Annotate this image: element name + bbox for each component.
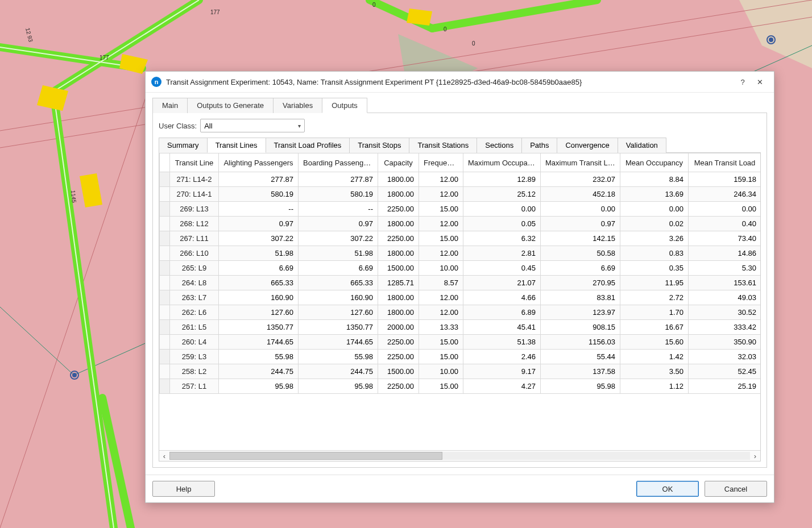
subtab-validation[interactable]: Validation bbox=[618, 138, 666, 153]
tab-variables[interactable]: Variables bbox=[273, 98, 322, 113]
cell-capacity[interactable]: 1800.00 bbox=[378, 290, 419, 305]
cell-max-transit-load[interactable]: 232.07 bbox=[541, 172, 620, 187]
cell-frequency[interactable]: 13.33 bbox=[419, 320, 463, 335]
cell-transit-line[interactable]: 263: L7 bbox=[170, 290, 219, 305]
cell-transit-line[interactable]: 267: L11 bbox=[170, 231, 219, 246]
cell-boarding[interactable]: 6.69 bbox=[299, 261, 378, 276]
table-row[interactable]: 257: L195.9895.982250.0015.004.2795.981.… bbox=[160, 379, 761, 394]
cell-alighting[interactable]: 0.97 bbox=[219, 217, 299, 231]
table-row[interactable]: 259: L355.9855.982250.0015.002.4655.441.… bbox=[160, 350, 761, 364]
cell-frequency[interactable]: 12.00 bbox=[419, 172, 463, 187]
cell-mean-occupancy[interactable]: 2.72 bbox=[620, 290, 689, 305]
cell-mean-occupancy[interactable]: 13.69 bbox=[620, 187, 689, 202]
cell-max-transit-load[interactable]: 452.18 bbox=[541, 187, 620, 202]
row-handle[interactable] bbox=[160, 276, 170, 290]
cell-max-occupancy[interactable]: 0.05 bbox=[463, 217, 541, 231]
cell-frequency[interactable]: 12.00 bbox=[419, 217, 463, 231]
cell-max-occupancy[interactable]: 2.46 bbox=[463, 350, 541, 364]
cell-transit-line[interactable]: 258: L2 bbox=[170, 364, 219, 379]
row-handle[interactable] bbox=[160, 379, 170, 394]
cell-transit-line[interactable]: 260: L4 bbox=[170, 335, 219, 350]
cell-transit-line[interactable]: 261: L5 bbox=[170, 320, 219, 335]
cell-mean-transit-load[interactable]: 25.19 bbox=[689, 379, 761, 394]
ok-button[interactable]: OK bbox=[636, 481, 699, 497]
row-handle[interactable] bbox=[160, 202, 170, 217]
cell-max-transit-load[interactable]: 0.97 bbox=[541, 217, 620, 231]
cell-transit-line[interactable]: 259: L3 bbox=[170, 350, 219, 364]
cell-frequency[interactable]: 15.00 bbox=[419, 231, 463, 246]
cell-mean-transit-load[interactable]: 0.40 bbox=[689, 217, 761, 231]
cell-mean-occupancy[interactable]: 0.00 bbox=[620, 202, 689, 217]
cell-boarding[interactable]: 277.87 bbox=[299, 172, 378, 187]
cell-boarding[interactable]: 244.75 bbox=[299, 364, 378, 379]
col-mean-transit-load[interactable]: Mean Transit Load bbox=[689, 153, 761, 172]
scroll-left-icon[interactable]: ‹ bbox=[159, 451, 169, 460]
cell-mean-occupancy[interactable]: 0.83 bbox=[620, 246, 689, 261]
cell-transit-line[interactable]: 270: L14-1 bbox=[170, 187, 219, 202]
row-handle[interactable] bbox=[160, 290, 170, 305]
row-handle[interactable] bbox=[160, 261, 170, 276]
cell-boarding[interactable]: 1744.65 bbox=[299, 335, 378, 350]
scroll-right-icon[interactable]: › bbox=[750, 451, 760, 460]
cell-capacity[interactable]: 1800.00 bbox=[378, 246, 419, 261]
cell-capacity[interactable]: 1800.00 bbox=[378, 187, 419, 202]
cell-boarding[interactable]: 127.60 bbox=[299, 305, 378, 320]
cell-mean-transit-load[interactable]: 350.90 bbox=[689, 335, 761, 350]
cell-transit-line[interactable]: 264: L8 bbox=[170, 276, 219, 290]
cell-alighting[interactable]: 580.19 bbox=[219, 187, 299, 202]
cell-boarding[interactable]: 580.19 bbox=[299, 187, 378, 202]
row-handle[interactable] bbox=[160, 231, 170, 246]
subtab-transit-stations[interactable]: Transit Stations bbox=[409, 138, 477, 153]
cell-transit-line[interactable]: 268: L12 bbox=[170, 217, 219, 231]
col-alighting[interactable]: Alighting Passengers bbox=[219, 153, 299, 172]
cell-max-occupancy[interactable]: 6.32 bbox=[463, 231, 541, 246]
col-max-occupancy[interactable]: Maximum Occupancy bbox=[463, 153, 541, 172]
cell-frequency[interactable]: 10.00 bbox=[419, 364, 463, 379]
row-handle[interactable] bbox=[160, 246, 170, 261]
cell-mean-transit-load[interactable]: 159.18 bbox=[689, 172, 761, 187]
cell-boarding[interactable]: 160.90 bbox=[299, 290, 378, 305]
col-boarding[interactable]: Boarding Passengers bbox=[299, 153, 378, 172]
cell-frequency[interactable]: 15.00 bbox=[419, 335, 463, 350]
cell-max-occupancy[interactable]: 2.81 bbox=[463, 246, 541, 261]
cell-alighting[interactable]: 95.98 bbox=[219, 379, 299, 394]
cell-alighting[interactable]: 307.22 bbox=[219, 231, 299, 246]
cell-mean-transit-load[interactable]: 246.34 bbox=[689, 187, 761, 202]
subtab-convergence[interactable]: Convergence bbox=[557, 138, 618, 153]
cell-frequency[interactable]: 12.00 bbox=[419, 305, 463, 320]
cell-transit-line[interactable]: 265: L9 bbox=[170, 261, 219, 276]
help-icon[interactable]: ? bbox=[734, 74, 751, 90]
cell-max-transit-load[interactable]: 1156.03 bbox=[541, 335, 620, 350]
row-handle[interactable] bbox=[160, 187, 170, 202]
cell-max-transit-load[interactable]: 142.15 bbox=[541, 231, 620, 246]
cell-mean-transit-load[interactable]: 73.40 bbox=[689, 231, 761, 246]
col-capacity[interactable]: Capacity bbox=[378, 153, 419, 172]
cell-alighting[interactable]: 6.69 bbox=[219, 261, 299, 276]
cell-boarding[interactable]: 95.98 bbox=[299, 379, 378, 394]
cell-capacity[interactable]: 2250.00 bbox=[378, 350, 419, 364]
cell-alighting[interactable]: 277.87 bbox=[219, 172, 299, 187]
cell-mean-occupancy[interactable]: 8.84 bbox=[620, 172, 689, 187]
cell-capacity[interactable]: 2250.00 bbox=[378, 231, 419, 246]
cell-max-transit-load[interactable]: 0.00 bbox=[541, 202, 620, 217]
cell-alighting[interactable]: 55.98 bbox=[219, 350, 299, 364]
cell-max-transit-load[interactable]: 55.44 bbox=[541, 350, 620, 364]
table-row[interactable]: 260: L41744.651744.652250.0015.0051.3811… bbox=[160, 335, 761, 350]
subtab-paths[interactable]: Paths bbox=[521, 138, 557, 153]
table-row[interactable]: 263: L7160.90160.901800.0012.004.6683.81… bbox=[160, 290, 761, 305]
cell-frequency[interactable]: 15.00 bbox=[419, 350, 463, 364]
cell-frequency[interactable]: 12.00 bbox=[419, 290, 463, 305]
cell-mean-transit-load[interactable]: 5.30 bbox=[689, 261, 761, 276]
scroll-thumb[interactable] bbox=[169, 452, 442, 460]
cell-capacity[interactable]: 1500.00 bbox=[378, 364, 419, 379]
horizontal-scrollbar[interactable]: ‹ › bbox=[159, 450, 760, 461]
cell-boarding[interactable]: 1350.77 bbox=[299, 320, 378, 335]
cell-frequency[interactable]: 10.00 bbox=[419, 261, 463, 276]
cell-alighting[interactable]: 1744.65 bbox=[219, 335, 299, 350]
cell-mean-occupancy[interactable]: 3.50 bbox=[620, 364, 689, 379]
cell-mean-transit-load[interactable]: 0.00 bbox=[689, 202, 761, 217]
cell-capacity[interactable]: 1500.00 bbox=[378, 261, 419, 276]
cell-alighting[interactable]: -- bbox=[219, 202, 299, 217]
table-row[interactable]: 268: L120.970.971800.0012.000.050.970.02… bbox=[160, 217, 761, 231]
cell-max-transit-load[interactable]: 95.98 bbox=[541, 379, 620, 394]
